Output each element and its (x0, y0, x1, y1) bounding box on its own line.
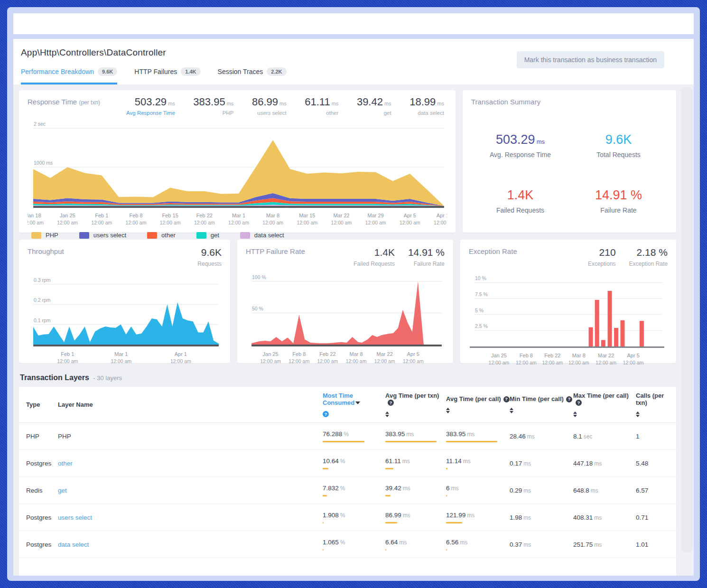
calls-per-txn: 5.48 (636, 460, 669, 467)
stat-unit: ms (168, 101, 175, 106)
layer-name-link[interactable]: other (58, 460, 73, 467)
exception-rate-chart: 10 %7.5 %5 %2.5 %Jan 2512:00 amFeb 812:0… (469, 271, 668, 368)
panel-stat: 210Exceptions (588, 247, 616, 267)
transaction-summary-stats: 503.29msAvg. Response Time9.6KTotal Requ… (471, 132, 668, 214)
svg-text:Mar 22: Mar 22 (333, 213, 349, 218)
stat-unit: ms (437, 101, 444, 106)
help-icon[interactable]: ? (503, 396, 510, 402)
response-stat: 503.29msAvg Response Time (126, 96, 175, 116)
svg-text:Mar 8: Mar 8 (572, 353, 586, 358)
value-unit: % (340, 539, 345, 546)
layer-name-link[interactable]: data select (58, 541, 89, 548)
value-number: 8.1 (573, 433, 582, 440)
most-time-consumed: 7.832% (323, 485, 385, 496)
calls-per-txn: 1.01 (636, 541, 669, 548)
avg-time-per-txn-value: 61.11ms (385, 457, 446, 465)
tab-performance-breakdown[interactable]: Performance Breakdown9.6K (21, 67, 117, 84)
svg-text:12:00 am: 12:00 am (331, 220, 352, 225)
sort-arrows-icon[interactable] (636, 411, 640, 417)
svg-text:Mar 15: Mar 15 (299, 213, 315, 218)
column-label: Avg Time (per call) (446, 395, 501, 402)
stat-value: 86.99ms (252, 96, 287, 108)
avg-time-per-txn: 6.64ms (385, 539, 446, 551)
stat-unit: ms (227, 101, 234, 106)
sort-down-icon (636, 415, 640, 417)
most-time-consumed-value: 7.832% (323, 485, 385, 492)
value-bar (446, 549, 447, 551)
svg-text:5 %: 5 % (475, 308, 484, 313)
sort-arrows-icon[interactable] (446, 408, 450, 413)
svg-text:Apr 5: Apr 5 (627, 353, 639, 358)
value-bar (385, 495, 391, 496)
value-bar (385, 468, 393, 469)
svg-text:7.5 %: 7.5 % (475, 291, 488, 297)
sort-arrows-icon[interactable] (510, 408, 513, 413)
response-stat: 18.99msdata select (409, 96, 444, 116)
column-header-line2 (510, 407, 573, 414)
svg-text:Feb 8: Feb 8 (129, 213, 142, 218)
column-header-avg_txn[interactable]: Avg Time (per txn)? (385, 392, 446, 418)
column-header-calls[interactable]: Calls (per txn) (636, 392, 669, 418)
legend-item: PHP (31, 232, 58, 239)
svg-text:12:00 am: 12:00 am (57, 220, 78, 225)
help-icon[interactable]: ? (576, 400, 582, 406)
summary-label: Failure Rate (569, 206, 668, 214)
avg-time-per-txn: 39.42ms (385, 485, 446, 496)
stat-number: 18.99 (409, 96, 436, 108)
value-unit: % (340, 458, 345, 465)
column-header-max[interactable]: Max Time (per call)? (573, 392, 636, 418)
most-time-consumed: 10.64% (323, 457, 385, 469)
layer-type: Redis (26, 487, 58, 494)
avg-time-per-call: 11.14ms (446, 457, 510, 469)
layer-name: data select (58, 541, 323, 548)
svg-text:Mar 22: Mar 22 (377, 351, 393, 357)
column-header-pct[interactable]: Most Time Consumed? (323, 392, 385, 418)
help-icon[interactable]: ? (566, 396, 572, 402)
window-frame: App\Http\Controllers\DataController Perf… (0, 0, 707, 588)
avg-time-per-call: 6.56ms (446, 539, 510, 551)
column-header-avg_call[interactable]: Avg Time (per call)? (446, 395, 510, 414)
stat-number: 61.11 (305, 96, 330, 108)
summary-label: Failed Requests (471, 206, 569, 214)
panel-stat: 9.6KRequests (197, 247, 222, 267)
avg-time-per-txn-value: 383.95ms (385, 430, 446, 438)
value-number: 39.42 (385, 485, 401, 492)
value-bar (323, 549, 324, 551)
value-bar (323, 468, 328, 469)
layer-type: Postgres (26, 541, 58, 548)
svg-text:12:00 am: 12:00 am (160, 220, 181, 225)
mark-business-transaction-button[interactable]: Mark this transaction as business transa… (517, 51, 664, 68)
value-number: 251.75 (573, 541, 593, 548)
layer-name-link[interactable]: get (58, 487, 67, 494)
layer-name-link[interactable]: users select (58, 514, 92, 521)
svg-text:Feb 8: Feb 8 (520, 353, 533, 358)
value-unit: ms (591, 487, 598, 494)
tab-session-traces[interactable]: Session Traces2.2K (218, 67, 287, 84)
vertical-scrollbar[interactable] (681, 87, 693, 552)
avg-time-per-call-value: 6ms (446, 485, 510, 492)
svg-text:12:00 am: 12:00 am (126, 220, 147, 225)
max-time-per-call-value: 648.8ms (573, 487, 636, 494)
value-unit: sec (584, 433, 593, 440)
value-number: 408.31 (573, 514, 593, 521)
min-time-per-call-value: 1.98ms (510, 514, 573, 521)
column-header-min[interactable]: Min Time (per call)? (510, 395, 573, 414)
sort-arrows-icon[interactable] (573, 411, 577, 417)
help-icon-active[interactable]: ? (323, 411, 329, 417)
most-time-consumed-value: 10.64% (323, 457, 385, 465)
svg-text:10 %: 10 % (475, 275, 486, 281)
svg-text:Apr 5: Apr 5 (404, 213, 416, 218)
column-label: Avg Time (per txn) (385, 392, 439, 399)
throughput-title: Throughput (28, 247, 222, 255)
value-number: 61.11 (385, 457, 401, 465)
column-header-name: Layer Name (58, 401, 323, 408)
stat-value: 18.99ms (409, 96, 444, 108)
table-header-row: TypeLayer NameMost Time Consumed?Avg Tim… (19, 387, 676, 423)
transaction-layers-count: - 30 layers (93, 374, 122, 382)
tab-http-failures[interactable]: HTTP Failures1.4K (134, 67, 200, 84)
value-number: 6 (446, 485, 450, 492)
svg-text:12:00 am: 12:00 am (288, 358, 309, 364)
sort-arrows-icon[interactable] (385, 411, 389, 417)
value-number: 86.99 (385, 512, 401, 519)
help-icon[interactable]: ? (388, 400, 394, 406)
